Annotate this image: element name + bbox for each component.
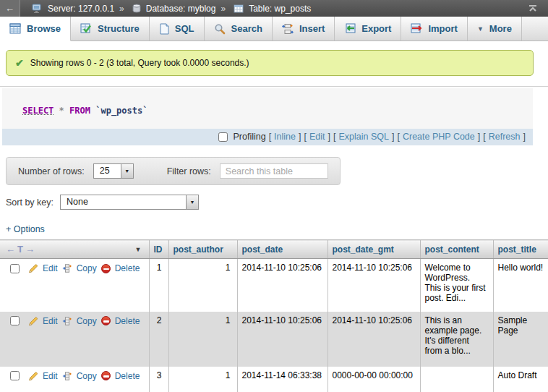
search-icon [214, 23, 226, 35]
copy-link[interactable]: Copy [77, 263, 97, 273]
edit-link[interactable]: Edit [43, 371, 58, 381]
header-post-content[interactable]: post_content [420, 240, 493, 259]
create-php-code-link[interactable]: Create PHP Code [403, 132, 475, 142]
tab-label: SQL [175, 23, 194, 34]
edit-query-link[interactable]: Edit [309, 132, 325, 142]
cell-post-date-gmt: 2014-11-10 10:25:06 [327, 259, 420, 312]
cell-actions: Edit Copy Delete [0, 312, 149, 367]
edit-link[interactable]: Edit [43, 316, 58, 326]
header-post-author[interactable]: post_author [168, 240, 237, 259]
options-toggle[interactable]: + Options [6, 224, 45, 234]
delete-link[interactable]: Delete [115, 263, 140, 273]
tab-label: Insert [299, 23, 325, 34]
profiling-checkbox[interactable] [218, 132, 228, 142]
import-icon [411, 23, 422, 34]
cell-post-date-gmt: 2014-11-10 10:25:06 [327, 312, 420, 367]
tab-export[interactable]: Export [335, 17, 401, 41]
delete-link[interactable]: Delete [115, 371, 140, 381]
cell-post-title: Sample Page [493, 312, 548, 367]
cell-id: 3 [149, 367, 168, 392]
header-post-date[interactable]: post_date [237, 240, 327, 259]
copy-link[interactable]: Copy [77, 371, 97, 381]
breadcrumb-separator: » [221, 4, 226, 14]
sort-row: Sort by key: None ▼ [6, 195, 548, 210]
sort-by-key-label: Sort by key: [6, 197, 53, 208]
breadcrumb-bar: ← Server: 127.0.0.1 » Database: myblog »… [0, 0, 548, 17]
cell-post-author: 1 [168, 312, 237, 367]
sort-descending-icon[interactable]: ▼ [135, 246, 142, 253]
row-checkbox[interactable] [10, 371, 20, 380]
tab-more[interactable]: ▼ More [468, 17, 522, 41]
breadcrumb-table[interactable]: Table: wp_posts [249, 4, 311, 14]
structure-icon [80, 23, 92, 34]
tab-search[interactable]: Search [205, 17, 273, 41]
sort-by-key-value: None [61, 195, 186, 209]
status-message: ✔ Showing rows 0 - 2 (3 total, Query too… [6, 50, 534, 76]
breadcrumb: Server: 127.0.0.1 » Database: myblog » T… [20, 4, 522, 14]
bracket: [ [269, 132, 271, 142]
edit-link[interactable]: Edit [43, 263, 58, 273]
tab-structure[interactable]: Structure [71, 17, 150, 41]
copy-icon [62, 371, 72, 381]
insert-icon [282, 23, 294, 35]
cell-actions: Edit Copy Delete [0, 259, 149, 312]
table-row: Edit Copy Delete 2 1 2014-11-10 10:25:06… [0, 312, 548, 367]
header-post-date-gmt[interactable]: post_date_gmt [327, 240, 420, 259]
tab-label: More [489, 23, 512, 34]
breadcrumb-separator: » [119, 4, 124, 14]
back-button[interactable]: ← [0, 0, 20, 17]
cell-post-date: 2014-11-10 10:25:06 [237, 259, 327, 312]
cell-post-title: Auto Draft [493, 367, 548, 392]
results-table: ←T→ ▼ ID post_author post_date post_date… [0, 239, 548, 392]
header-id[interactable]: ID [149, 240, 168, 259]
breadcrumb-database[interactable]: Database: myblog [146, 4, 216, 14]
filter-rows-input[interactable] [220, 163, 328, 179]
database-icon [132, 4, 141, 13]
tab-label: Export [361, 23, 391, 34]
tab-import[interactable]: Import [401, 17, 467, 41]
rows-per-page-select[interactable]: 25 ▼ [93, 163, 134, 179]
cell-post-content [420, 367, 493, 392]
inline-link[interactable]: Inline [274, 132, 296, 142]
tab-sql[interactable]: SQL [150, 17, 205, 41]
header-post-title[interactable]: post_title [493, 240, 548, 259]
cell-post-date-gmt: 0000-00-00 00:00:00 [327, 367, 420, 392]
sql-keyword-from: FROM [69, 106, 90, 116]
cell-post-title: Hello world! [493, 259, 548, 312]
sql-star: * [59, 106, 64, 116]
cell-post-date: 2014-11-10 10:25:06 [237, 312, 327, 367]
sql-icon [159, 23, 169, 35]
sql-query-box: SELECT * FROM `wp_posts` [2, 88, 533, 129]
edit-pencil-icon [28, 316, 38, 326]
cell-id: 2 [149, 312, 168, 367]
bracket: ] [523, 132, 526, 142]
export-icon [344, 23, 356, 34]
cell-post-date: 2014-11-14 06:33:38 [237, 367, 327, 392]
cell-id: 1 [149, 259, 168, 312]
column-visibility-toggle[interactable]: ←T→ [6, 244, 37, 255]
refresh-link[interactable]: Refresh [489, 132, 521, 142]
delete-link[interactable]: Delete [115, 316, 140, 326]
server-icon [32, 4, 43, 13]
row-checkbox[interactable] [10, 316, 20, 325]
breadcrumb-server[interactable]: Server: 127.0.0.1 [48, 4, 114, 14]
sql-keyword-select[interactable]: SELECT [22, 106, 53, 116]
cell-post-content: Welcome to WordPress. This is your first… [420, 259, 493, 312]
collapse-topbar-button[interactable] [522, 4, 544, 12]
sort-by-key-select[interactable]: None ▼ [60, 195, 199, 210]
bracket: ] [328, 132, 330, 142]
dropdown-arrow-icon: ▼ [121, 164, 133, 178]
tab-label: Import [428, 23, 457, 34]
tab-insert[interactable]: Insert [273, 17, 335, 41]
browse-icon [9, 23, 21, 34]
table-row: Edit Copy Delete 1 1 2014-11-10 10:25:06… [0, 259, 548, 312]
row-checkbox[interactable] [10, 264, 20, 273]
table-icon [234, 4, 244, 13]
rows-label: Number of rows: [18, 166, 85, 176]
copy-link[interactable]: Copy [77, 316, 97, 326]
edit-pencil-icon [28, 371, 38, 381]
tab-browse[interactable]: Browse [0, 17, 71, 41]
bracket: ] [478, 132, 480, 142]
explain-sql-link[interactable]: Explain SQL [338, 132, 388, 142]
cell-post-author: 1 [168, 367, 237, 392]
